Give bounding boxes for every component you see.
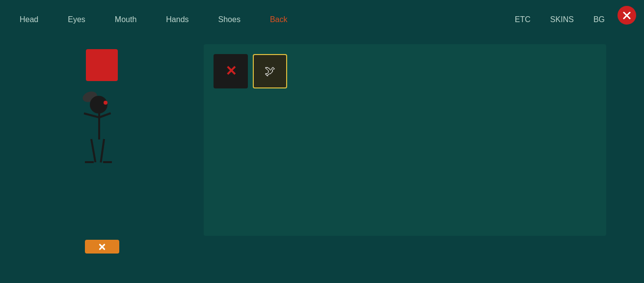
left-panel [0,39,204,283]
items-panel: ✕ 🕊 [204,44,606,236]
character-preview [73,96,132,174]
item-wings[interactable]: 🕊 [253,54,287,88]
nav-head[interactable]: Head [20,15,38,24]
character-foot-right [103,161,112,163]
character-eye [104,101,107,105]
nav-mouth[interactable]: Mouth [115,15,136,24]
wing-icon: 🕊 [265,65,275,78]
remove-button[interactable] [85,240,119,254]
nav-skins[interactable]: SKINS [550,15,574,24]
character-foot-left [85,161,94,163]
character-leg-right [100,139,105,163]
nav-etc[interactable]: ETC [515,15,531,24]
nav-bg[interactable]: BG [593,15,605,24]
right-navigation: ETC SKINS BG [515,0,605,39]
nav-back[interactable]: Back [270,15,288,24]
color-swatch[interactable] [86,49,118,81]
nav-hands[interactable]: Hands [166,15,188,24]
item-none[interactable]: ✕ [214,54,248,88]
x-icon: ✕ [225,64,237,78]
character-head [90,96,107,113]
close-button[interactable] [617,6,636,25]
nav-eyes[interactable]: Eyes [68,15,85,24]
nav-shoes[interactable]: Shoes [218,15,241,24]
character-leg-left [90,139,96,163]
